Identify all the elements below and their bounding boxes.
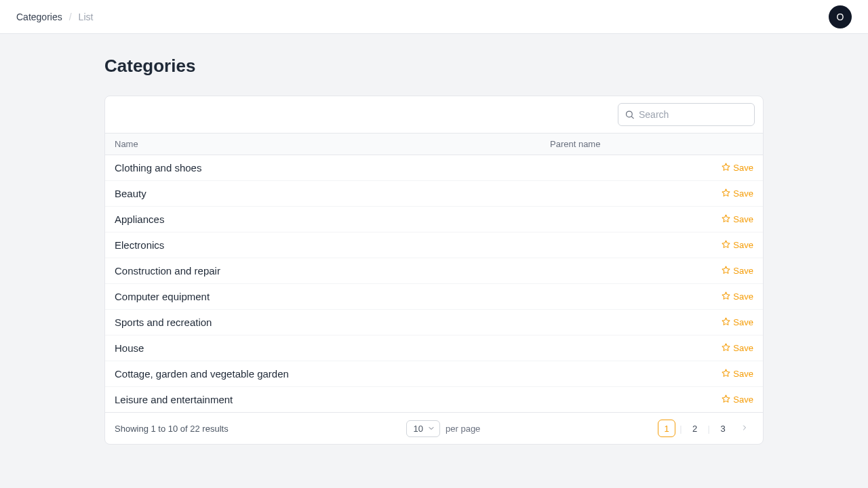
breadcrumb-current: List	[79, 12, 94, 22]
chevron-down-icon	[427, 424, 435, 432]
star-icon	[722, 240, 730, 251]
save-label: Save	[733, 343, 753, 353]
save-label: Save	[733, 214, 753, 224]
cell-name: Cottage, garden and vegetable garden	[115, 368, 550, 380]
table-body: Clothing and shoesSaveBeautySaveApplianc…	[105, 155, 763, 413]
save-label: Save	[733, 240, 753, 250]
save-label: Save	[733, 317, 753, 327]
topbar: Categories / List O	[0, 0, 868, 34]
cell-name: House	[115, 342, 550, 354]
per-page-value: 10	[414, 424, 423, 434]
save-label: Save	[733, 394, 753, 405]
avatar[interactable]: O	[829, 5, 852, 28]
star-icon	[722, 317, 730, 328]
save-label: Save	[733, 163, 753, 173]
search-wrap	[618, 103, 755, 126]
star-icon	[722, 394, 730, 405]
svg-marker-6	[722, 266, 730, 273]
main: Categories Name Parent name Clothing and…	[0, 34, 868, 488]
cell-name: Leisure and entertainment	[115, 394, 550, 405]
page-button-3[interactable]: 3	[714, 420, 732, 437]
categories-card: Name Parent name Clothing and shoesSaveB…	[104, 96, 764, 445]
save-button[interactable]: Save	[722, 317, 753, 328]
svg-point-0	[627, 111, 633, 117]
svg-marker-11	[722, 395, 730, 402]
star-icon	[722, 369, 730, 380]
save-button[interactable]: Save	[722, 188, 753, 199]
breadcrumb: Categories / List	[16, 12, 93, 22]
table-row[interactable]: Cottage, garden and vegetable gardenSave	[105, 361, 763, 387]
pagination: 1|2|3	[658, 420, 753, 437]
star-icon	[722, 266, 730, 277]
cell-name: Appliances	[115, 214, 550, 225]
cell-name: Computer equipment	[115, 291, 550, 302]
save-label: Save	[733, 266, 753, 276]
save-button[interactable]: Save	[722, 163, 753, 174]
table-row[interactable]: Sports and recreationSave	[105, 310, 763, 336]
page-separator: |	[708, 424, 710, 434]
table-header: Name Parent name	[105, 134, 763, 155]
card-header	[105, 96, 763, 134]
table-row[interactable]: ElectronicsSave	[105, 232, 763, 258]
page-button-2[interactable]: 2	[686, 420, 704, 437]
column-header-name: Name	[115, 139, 550, 149]
save-label: Save	[733, 291, 753, 302]
save-button[interactable]: Save	[722, 394, 753, 405]
column-header-parent: Parent name	[550, 139, 713, 149]
star-icon	[722, 214, 730, 225]
page-title: Categories	[104, 56, 764, 77]
star-icon	[722, 291, 730, 302]
svg-marker-3	[722, 189, 730, 196]
star-icon	[722, 163, 730, 174]
table-row[interactable]: Computer equipmentSave	[105, 284, 763, 310]
per-page-label: per page	[446, 424, 480, 434]
save-label: Save	[733, 188, 753, 199]
page-separator: |	[679, 424, 682, 434]
breadcrumb-separator: /	[69, 12, 72, 22]
avatar-initial: O	[837, 12, 844, 22]
save-button[interactable]: Save	[722, 266, 753, 277]
chevron-right-icon	[741, 424, 749, 434]
cell-name: Electronics	[115, 239, 550, 251]
star-icon	[722, 188, 730, 199]
cell-name: Clothing and shoes	[115, 162, 550, 174]
page-button-1[interactable]: 1	[658, 420, 675, 437]
save-button[interactable]: Save	[722, 343, 753, 354]
table-row[interactable]: BeautySave	[105, 181, 763, 207]
table-row[interactable]: HouseSave	[105, 336, 763, 361]
svg-line-1	[631, 117, 633, 119]
save-button[interactable]: Save	[722, 214, 753, 225]
svg-marker-4	[722, 215, 730, 222]
svg-marker-5	[722, 241, 730, 247]
star-icon	[722, 343, 730, 354]
save-button[interactable]: Save	[722, 369, 753, 380]
svg-marker-9	[722, 344, 730, 350]
save-button[interactable]: Save	[722, 291, 753, 302]
page-next-button[interactable]	[736, 420, 753, 437]
cell-name: Sports and recreation	[115, 317, 550, 328]
results-text: Showing 1 to 10 of 22 results	[115, 424, 229, 434]
table-row[interactable]: Construction and repairSave	[105, 258, 763, 284]
svg-marker-2	[722, 163, 730, 170]
table-row[interactable]: Clothing and shoesSave	[105, 155, 763, 181]
cell-name: Beauty	[115, 188, 550, 199]
search-input[interactable]	[618, 103, 755, 126]
table-row[interactable]: AppliancesSave	[105, 207, 763, 232]
table-row[interactable]: Leisure and entertainmentSave	[105, 387, 763, 413]
svg-marker-7	[722, 292, 730, 299]
svg-marker-10	[722, 369, 730, 376]
per-page-select[interactable]: 10	[406, 420, 440, 437]
card-footer: Showing 1 to 10 of 22 results 10 per pag…	[105, 413, 763, 444]
breadcrumb-parent[interactable]: Categories	[16, 12, 62, 22]
save-button[interactable]: Save	[722, 240, 753, 251]
svg-marker-8	[722, 318, 730, 325]
cell-name: Construction and repair	[115, 265, 550, 277]
save-label: Save	[733, 369, 753, 379]
search-icon	[625, 110, 635, 120]
